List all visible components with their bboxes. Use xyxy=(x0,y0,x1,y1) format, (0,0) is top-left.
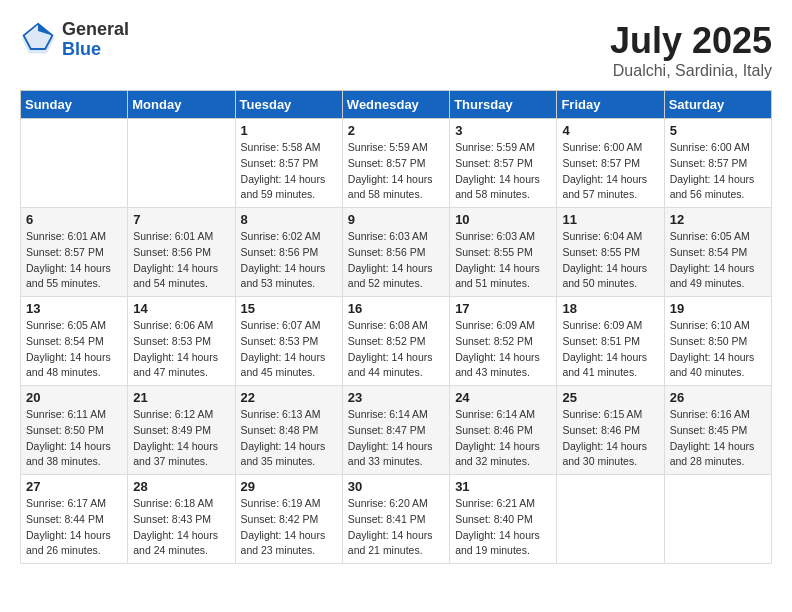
logo: General Blue xyxy=(20,20,129,60)
day-info: Sunrise: 6:14 AMSunset: 8:47 PMDaylight:… xyxy=(348,407,444,470)
day-info: Sunrise: 6:01 AMSunset: 8:56 PMDaylight:… xyxy=(133,229,229,292)
day-info: Sunrise: 6:07 AMSunset: 8:53 PMDaylight:… xyxy=(241,318,337,381)
calendar-cell: 15Sunrise: 6:07 AMSunset: 8:53 PMDayligh… xyxy=(235,297,342,386)
day-number: 20 xyxy=(26,390,122,405)
calendar-cell: 29Sunrise: 6:19 AMSunset: 8:42 PMDayligh… xyxy=(235,475,342,564)
calendar-cell: 9Sunrise: 6:03 AMSunset: 8:56 PMDaylight… xyxy=(342,208,449,297)
calendar-cell xyxy=(557,475,664,564)
day-info: Sunrise: 6:03 AMSunset: 8:55 PMDaylight:… xyxy=(455,229,551,292)
day-number: 8 xyxy=(241,212,337,227)
day-number: 11 xyxy=(562,212,658,227)
day-info: Sunrise: 6:04 AMSunset: 8:55 PMDaylight:… xyxy=(562,229,658,292)
weekday-header-sunday: Sunday xyxy=(21,91,128,119)
calendar-cell: 16Sunrise: 6:08 AMSunset: 8:52 PMDayligh… xyxy=(342,297,449,386)
calendar-cell xyxy=(664,475,771,564)
calendar-cell: 22Sunrise: 6:13 AMSunset: 8:48 PMDayligh… xyxy=(235,386,342,475)
day-number: 28 xyxy=(133,479,229,494)
logo-icon xyxy=(20,22,56,58)
calendar-cell: 23Sunrise: 6:14 AMSunset: 8:47 PMDayligh… xyxy=(342,386,449,475)
day-number: 29 xyxy=(241,479,337,494)
calendar-cell: 24Sunrise: 6:14 AMSunset: 8:46 PMDayligh… xyxy=(450,386,557,475)
calendar-cell: 14Sunrise: 6:06 AMSunset: 8:53 PMDayligh… xyxy=(128,297,235,386)
day-info: Sunrise: 6:05 AMSunset: 8:54 PMDaylight:… xyxy=(26,318,122,381)
weekday-header-saturday: Saturday xyxy=(664,91,771,119)
day-info: Sunrise: 6:19 AMSunset: 8:42 PMDaylight:… xyxy=(241,496,337,559)
day-number: 9 xyxy=(348,212,444,227)
calendar-cell: 7Sunrise: 6:01 AMSunset: 8:56 PMDaylight… xyxy=(128,208,235,297)
calendar-cell: 4Sunrise: 6:00 AMSunset: 8:57 PMDaylight… xyxy=(557,119,664,208)
logo-general: General xyxy=(62,19,129,39)
day-number: 3 xyxy=(455,123,551,138)
calendar-cell: 25Sunrise: 6:15 AMSunset: 8:46 PMDayligh… xyxy=(557,386,664,475)
day-info: Sunrise: 6:02 AMSunset: 8:56 PMDaylight:… xyxy=(241,229,337,292)
day-info: Sunrise: 6:06 AMSunset: 8:53 PMDaylight:… xyxy=(133,318,229,381)
calendar-cell: 1Sunrise: 5:58 AMSunset: 8:57 PMDaylight… xyxy=(235,119,342,208)
day-number: 14 xyxy=(133,301,229,316)
day-number: 13 xyxy=(26,301,122,316)
day-info: Sunrise: 6:18 AMSunset: 8:43 PMDaylight:… xyxy=(133,496,229,559)
calendar-cell: 21Sunrise: 6:12 AMSunset: 8:49 PMDayligh… xyxy=(128,386,235,475)
weekday-header-thursday: Thursday xyxy=(450,91,557,119)
weekday-header-tuesday: Tuesday xyxy=(235,91,342,119)
day-info: Sunrise: 6:12 AMSunset: 8:49 PMDaylight:… xyxy=(133,407,229,470)
calendar-cell: 8Sunrise: 6:02 AMSunset: 8:56 PMDaylight… xyxy=(235,208,342,297)
day-number: 5 xyxy=(670,123,766,138)
calendar-subtitle: Dualchi, Sardinia, Italy xyxy=(610,62,772,80)
day-info: Sunrise: 6:14 AMSunset: 8:46 PMDaylight:… xyxy=(455,407,551,470)
day-number: 7 xyxy=(133,212,229,227)
day-number: 31 xyxy=(455,479,551,494)
day-number: 19 xyxy=(670,301,766,316)
weekday-header-monday: Monday xyxy=(128,91,235,119)
calendar-cell: 3Sunrise: 5:59 AMSunset: 8:57 PMDaylight… xyxy=(450,119,557,208)
day-number: 27 xyxy=(26,479,122,494)
calendar-cell: 13Sunrise: 6:05 AMSunset: 8:54 PMDayligh… xyxy=(21,297,128,386)
calendar-cell xyxy=(21,119,128,208)
calendar-cell: 19Sunrise: 6:10 AMSunset: 8:50 PMDayligh… xyxy=(664,297,771,386)
logo-text: General Blue xyxy=(62,20,129,60)
calendar-cell: 2Sunrise: 5:59 AMSunset: 8:57 PMDaylight… xyxy=(342,119,449,208)
day-number: 18 xyxy=(562,301,658,316)
calendar-cell: 30Sunrise: 6:20 AMSunset: 8:41 PMDayligh… xyxy=(342,475,449,564)
day-info: Sunrise: 6:05 AMSunset: 8:54 PMDaylight:… xyxy=(670,229,766,292)
day-number: 4 xyxy=(562,123,658,138)
day-info: Sunrise: 6:09 AMSunset: 8:52 PMDaylight:… xyxy=(455,318,551,381)
day-number: 16 xyxy=(348,301,444,316)
day-number: 30 xyxy=(348,479,444,494)
calendar-cell: 6Sunrise: 6:01 AMSunset: 8:57 PMDaylight… xyxy=(21,208,128,297)
day-info: Sunrise: 6:13 AMSunset: 8:48 PMDaylight:… xyxy=(241,407,337,470)
day-info: Sunrise: 5:59 AMSunset: 8:57 PMDaylight:… xyxy=(455,140,551,203)
day-info: Sunrise: 6:16 AMSunset: 8:45 PMDaylight:… xyxy=(670,407,766,470)
calendar-cell: 11Sunrise: 6:04 AMSunset: 8:55 PMDayligh… xyxy=(557,208,664,297)
day-number: 17 xyxy=(455,301,551,316)
day-number: 23 xyxy=(348,390,444,405)
logo-blue: Blue xyxy=(62,39,101,59)
day-info: Sunrise: 6:10 AMSunset: 8:50 PMDaylight:… xyxy=(670,318,766,381)
calendar-cell xyxy=(128,119,235,208)
weekday-header-wednesday: Wednesday xyxy=(342,91,449,119)
calendar-cell: 18Sunrise: 6:09 AMSunset: 8:51 PMDayligh… xyxy=(557,297,664,386)
day-number: 24 xyxy=(455,390,551,405)
day-info: Sunrise: 6:17 AMSunset: 8:44 PMDaylight:… xyxy=(26,496,122,559)
title-block: July 2025 Dualchi, Sardinia, Italy xyxy=(610,20,772,80)
day-number: 6 xyxy=(26,212,122,227)
day-number: 21 xyxy=(133,390,229,405)
page-header: General Blue July 2025 Dualchi, Sardinia… xyxy=(20,20,772,80)
day-info: Sunrise: 6:03 AMSunset: 8:56 PMDaylight:… xyxy=(348,229,444,292)
day-number: 15 xyxy=(241,301,337,316)
calendar-cell: 10Sunrise: 6:03 AMSunset: 8:55 PMDayligh… xyxy=(450,208,557,297)
day-info: Sunrise: 6:11 AMSunset: 8:50 PMDaylight:… xyxy=(26,407,122,470)
day-info: Sunrise: 6:00 AMSunset: 8:57 PMDaylight:… xyxy=(670,140,766,203)
calendar-cell: 28Sunrise: 6:18 AMSunset: 8:43 PMDayligh… xyxy=(128,475,235,564)
calendar-title: July 2025 xyxy=(610,20,772,62)
day-number: 10 xyxy=(455,212,551,227)
calendar-cell: 5Sunrise: 6:00 AMSunset: 8:57 PMDaylight… xyxy=(664,119,771,208)
day-number: 22 xyxy=(241,390,337,405)
calendar-cell: 27Sunrise: 6:17 AMSunset: 8:44 PMDayligh… xyxy=(21,475,128,564)
day-number: 1 xyxy=(241,123,337,138)
day-info: Sunrise: 6:21 AMSunset: 8:40 PMDaylight:… xyxy=(455,496,551,559)
day-number: 25 xyxy=(562,390,658,405)
weekday-header-friday: Friday xyxy=(557,91,664,119)
day-number: 2 xyxy=(348,123,444,138)
day-info: Sunrise: 6:09 AMSunset: 8:51 PMDaylight:… xyxy=(562,318,658,381)
calendar-cell: 26Sunrise: 6:16 AMSunset: 8:45 PMDayligh… xyxy=(664,386,771,475)
